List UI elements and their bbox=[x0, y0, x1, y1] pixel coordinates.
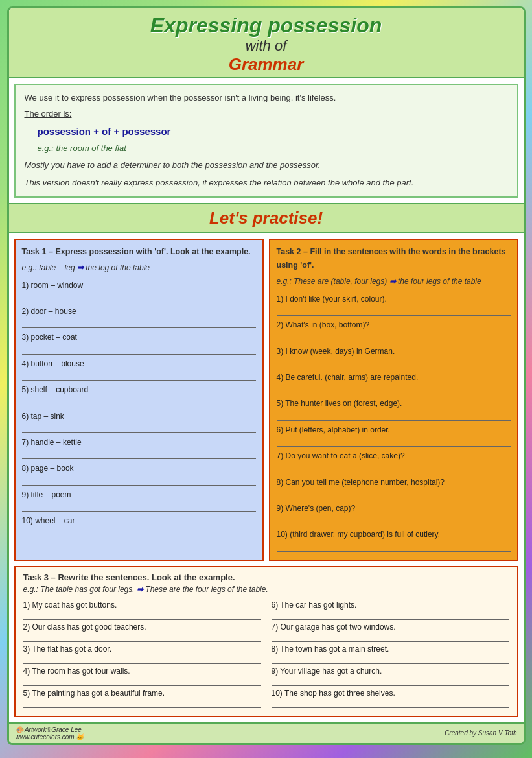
answer-line bbox=[272, 655, 509, 664]
order-label: The order is: bbox=[25, 109, 72, 119]
list-item: 7) Do you want to eat a (slice, cake)? bbox=[277, 449, 511, 462]
answer-line bbox=[277, 516, 511, 525]
list-item: 1) I don't like (your skirt, colour). bbox=[277, 292, 511, 305]
section-title-bar: Let's practise! bbox=[9, 203, 524, 233]
grammar-example: e.g.: the room of the flat bbox=[38, 142, 508, 156]
tasks-row: Task 1 – Express possession with 'of'. L… bbox=[14, 239, 518, 561]
grammar-section: We use it to express possession when the… bbox=[14, 84, 518, 198]
task3-section: Task 3 – Rewrite the sentences. Look at … bbox=[14, 566, 518, 717]
answer-line bbox=[22, 293, 256, 302]
answer-line bbox=[277, 412, 511, 421]
footer-attribution: 🎨 Artwork©Grace Lee www.cutecolors.com 🐱 bbox=[16, 726, 84, 740]
list-item: 10) wheel – car bbox=[22, 514, 256, 527]
answer-line bbox=[277, 464, 511, 473]
title-sub: with of bbox=[16, 38, 517, 54]
task2-items: 1) I don't like (your skirt, colour). 2)… bbox=[277, 292, 511, 552]
footer-author: Created by Susan V Toth bbox=[445, 729, 516, 737]
task3-right: 6) The car has got lights. 7) Our garage… bbox=[272, 599, 509, 711]
list-item: 10) (third drawer, my cupboard) is full … bbox=[277, 528, 511, 541]
answer-line bbox=[277, 307, 511, 316]
list-item: 5) The painting has got a beautiful fram… bbox=[23, 689, 261, 698]
task3-grid: 1) My coat has got buttons. 2) Our class… bbox=[23, 599, 509, 711]
task1-title: Task 1 – Express possession with 'of'. L… bbox=[22, 245, 256, 259]
answer-line bbox=[23, 633, 261, 642]
answer-line bbox=[277, 438, 511, 447]
answer-line bbox=[272, 677, 509, 686]
answer-line bbox=[22, 503, 256, 512]
list-item: 9) title – poem bbox=[22, 488, 256, 501]
title-grammar: Grammar bbox=[16, 54, 517, 75]
answer-line bbox=[22, 477, 256, 486]
answer-line bbox=[277, 490, 511, 499]
task3-example: e.g.: The table has got four legs. ➡ The… bbox=[23, 585, 509, 594]
grammar-note1: Mostly you have to add a determiner to b… bbox=[25, 159, 508, 172]
answer-line bbox=[23, 677, 261, 686]
list-item: 1) My coat has got buttons. bbox=[23, 600, 261, 610]
grammar-note2: This version doesn't really express poss… bbox=[25, 176, 508, 190]
list-item: 3) I know (week, days) in German. bbox=[277, 345, 511, 358]
answer-line bbox=[22, 529, 256, 538]
answer-line bbox=[272, 699, 509, 708]
list-item: 9) Where's (pen, cap)? bbox=[277, 502, 511, 515]
task2-example: e.g.: These are (table, four legs) ➡ the… bbox=[277, 275, 511, 288]
header: Expressing possession with of Grammar bbox=[9, 8, 524, 78]
list-item: 4) The room has got four walls. bbox=[23, 667, 261, 676]
answer-line bbox=[272, 611, 509, 620]
artwork-credit: 🎨 Artwork©Grace Lee bbox=[16, 726, 84, 733]
list-item: 2) What's in (box, bottom)? bbox=[277, 318, 511, 331]
list-item: 2) door – house bbox=[22, 305, 256, 318]
list-item: 2) Our class has got good teachers. bbox=[23, 622, 261, 632]
grammar-intro: We use it to express possession when the… bbox=[25, 91, 508, 105]
list-item: 9) Your village has got a church. bbox=[272, 667, 509, 676]
title-main: Expressing possession bbox=[16, 14, 517, 38]
task1-example: e.g.: table – leg ➡ the leg of the table bbox=[22, 261, 256, 274]
answer-line bbox=[277, 385, 511, 394]
answer-line bbox=[22, 346, 256, 355]
list-item: 7) Our garage has got two windows. bbox=[272, 622, 509, 632]
answer-line bbox=[277, 359, 511, 368]
list-item: 5) shelf – cupboard bbox=[22, 383, 256, 396]
list-item: 7) handle – kettle bbox=[22, 436, 256, 449]
list-item: 1) room – window bbox=[22, 279, 256, 292]
page: Expressing possession with of Grammar We… bbox=[7, 6, 526, 745]
answer-line bbox=[23, 611, 261, 620]
list-item: 4) Be careful. (chair, arms) are repaint… bbox=[277, 371, 511, 384]
section-title-text: Let's practise! bbox=[209, 208, 323, 228]
list-item: 10) The shop has got three shelves. bbox=[272, 689, 509, 698]
answer-line bbox=[23, 699, 261, 708]
list-item: 6) Put (letters, alphabet) in order. bbox=[277, 423, 511, 436]
task2-title: Task 2 – Fill in the sentences with the … bbox=[277, 245, 511, 273]
answer-line bbox=[22, 450, 256, 459]
answer-line bbox=[22, 319, 256, 328]
list-item: 8) Can you tell me (telephone number, ho… bbox=[277, 476, 511, 489]
list-item: 3) pocket – coat bbox=[22, 331, 256, 344]
list-item: 3) The flat has got a door. bbox=[23, 645, 261, 654]
website-credit: www.cutecolors.com 🐱 bbox=[16, 733, 84, 740]
footer: 🎨 Artwork©Grace Lee www.cutecolors.com 🐱… bbox=[9, 722, 524, 743]
list-item: 6) The car has got lights. bbox=[272, 600, 509, 610]
answer-line bbox=[277, 333, 511, 342]
list-item: 8) page – book bbox=[22, 462, 256, 475]
list-item: 6) tap – sink bbox=[22, 410, 256, 423]
task3-title: Task 3 – Rewrite the sentences. Look at … bbox=[23, 573, 509, 582]
answer-line bbox=[277, 543, 511, 552]
list-item: 8) The town has got a main street. bbox=[272, 645, 509, 654]
list-item: 5) The hunter lives on (forest, edge). bbox=[277, 397, 511, 410]
answer-line bbox=[22, 372, 256, 381]
grammar-formula: possession + of + possessor bbox=[38, 124, 508, 139]
task3-left: 1) My coat has got buttons. 2) Our class… bbox=[23, 599, 261, 711]
task2-box: Task 2 – Fill in the sentences with the … bbox=[269, 239, 518, 561]
task1-items: 1) room – window 2) door – house 3) pock… bbox=[22, 279, 256, 538]
answer-line bbox=[22, 398, 256, 407]
answer-line bbox=[23, 655, 261, 664]
answer-line bbox=[272, 633, 509, 642]
answer-line bbox=[22, 424, 256, 433]
list-item: 4) button – blouse bbox=[22, 357, 256, 370]
task1-box: Task 1 – Express possession with 'of'. L… bbox=[14, 239, 264, 561]
